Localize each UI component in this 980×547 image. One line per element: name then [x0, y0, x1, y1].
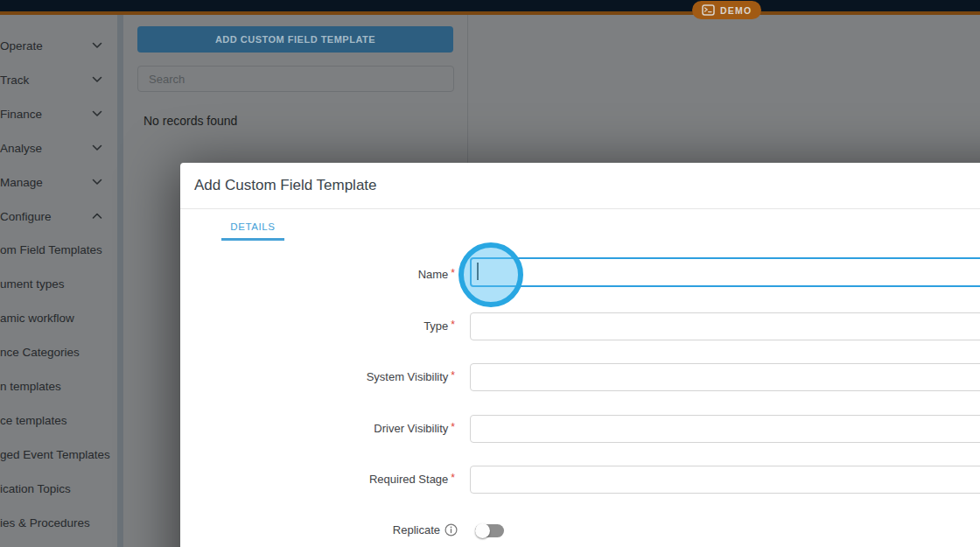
required-asterisk: * [451, 319, 455, 331]
required-asterisk: * [451, 267, 455, 279]
name-field-label: Name* [180, 267, 455, 283]
system-visibility-field-label: System Visibility* [180, 369, 455, 385]
dialog-divider [180, 208, 980, 209]
required-stage-field[interactable] [470, 466, 980, 494]
sidebar-subitem-logged-event-templates[interactable]: ged Event Templates [0, 447, 110, 463]
chevron-down-icon [92, 179, 102, 186]
sidebar-scrollbar[interactable] [117, 15, 123, 547]
add-custom-field-template-dialog: Add Custom Field Template DETAILS Name* … [180, 163, 980, 547]
brand-accent-strip [0, 11, 980, 15]
sidebar-item-analyse[interactable]: Analyse [0, 138, 117, 158]
chevron-down-icon [92, 76, 102, 83]
required-asterisk: * [451, 369, 455, 382]
sidebar-subitem-templates-1[interactable]: n templates [0, 379, 61, 395]
type-field[interactable] [470, 312, 980, 340]
sidebar-item-manage[interactable]: Manage [0, 172, 117, 192]
terminal-icon [702, 4, 715, 16]
sidebar-item-label: Operate [0, 39, 43, 53]
sidebar-item-label: Track [0, 74, 29, 87]
sidebar-item-operate[interactable]: Operate [0, 36, 117, 55]
sidebar-item-label: Finance [0, 108, 42, 121]
sidebar-item-label: Analyse [0, 142, 42, 155]
type-field-label: Type* [180, 319, 455, 334]
driver-visibility-field-label: Driver Visibility* [180, 421, 455, 437]
chevron-down-icon [92, 144, 102, 151]
required-stage-field-label: Required Stage* [180, 472, 455, 487]
system-visibility-field[interactable] [470, 363, 980, 391]
top-navigation-bar [0, 0, 980, 11]
sidebar-item-configure[interactable]: Configure [0, 207, 117, 226]
empty-state-text: No records found [144, 114, 237, 128]
chevron-down-icon [92, 110, 102, 117]
demo-badge: DEMO [692, 1, 761, 19]
sidebar-subitem-custom-field-templates[interactable]: om Field Templates [0, 242, 102, 258]
required-asterisk: * [451, 421, 455, 433]
driver-visibility-field[interactable] [470, 415, 980, 443]
sidebar-subitem-dynamic-workflow[interactable]: amic workflow [0, 311, 74, 326]
dialog-title: Add Custom Field Template [194, 177, 377, 194]
replicate-toggle-label: Replicate [180, 522, 440, 538]
text-caret [477, 263, 479, 280]
sidebar-item-label: Configure [0, 210, 52, 223]
sidebar-subitem-categories[interactable]: nce Categories [0, 345, 80, 361]
sidebar-item-label: Manage [0, 176, 43, 189]
search-input[interactable] [137, 66, 454, 92]
sidebar-subitem-templates-2[interactable]: ce templates [0, 413, 67, 429]
sidebar-subitem-document-types[interactable]: ument types [0, 277, 65, 292]
chevron-down-icon [92, 42, 102, 49]
toggle-knob [475, 523, 490, 538]
add-custom-field-template-button[interactable]: ADD CUSTOM FIELD TEMPLATE [137, 26, 453, 53]
sidebar-nav: Operate Track Finance Analyse Manage Con… [0, 15, 117, 547]
required-asterisk: * [451, 472, 455, 484]
tab-details[interactable]: DETAILS [221, 216, 284, 238]
name-field[interactable] [470, 257, 980, 287]
sidebar-item-finance[interactable]: Finance [0, 104, 117, 123]
sidebar-subitem-notification-topics[interactable]: ication Topics [0, 481, 71, 497]
tab-active-underline [221, 238, 284, 241]
sidebar-item-track[interactable]: Track [0, 70, 117, 89]
demo-badge-label: DEMO [720, 5, 752, 16]
chevron-up-icon [92, 213, 102, 220]
sidebar-subitem-policies-procedures[interactable]: ies & Procedures [0, 515, 90, 531]
replicate-toggle[interactable] [475, 523, 504, 538]
info-icon[interactable] [444, 523, 458, 536]
